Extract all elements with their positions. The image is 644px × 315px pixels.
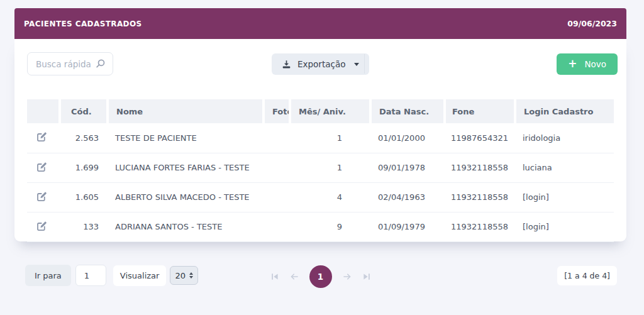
column-header-fone: Fone [445,99,515,123]
cell-data_nasc: 01/01/2000 [370,123,445,153]
column-header-action [27,99,60,123]
search-input[interactable] [28,59,95,69]
cell-login: luciana [515,153,614,182]
cell-cod: 133 [60,212,108,241]
previous-page-icon[interactable] [289,272,299,281]
cell-action [27,153,60,182]
cell-action [27,123,60,153]
page-number-input[interactable] [75,265,106,286]
cell-fone: 11932118558 [445,153,515,182]
first-page-icon[interactable] [270,272,279,281]
column-header-mes_aniv: Mês/ Aniv. [290,99,370,123]
cell-data_nasc: 09/01/1978 [370,153,445,182]
pagination-center: 1 [270,265,371,288]
toolbar: Exportação + Novo [14,52,626,75]
current-page-badge[interactable]: 1 [309,265,332,288]
range-label: [1 a 4 de 4] [557,266,617,285]
table-header-row: Cód.NomeFotoMês/ Aniv.Data Nasc.FoneLogi… [27,99,614,123]
cell-nome: ALBERTO SILVA MACEDO - TESTE [108,182,264,212]
cell-foto [264,212,290,241]
patients-table-wrap: Cód.NomeFotoMês/ Aniv.Data Nasc.FoneLogi… [27,99,614,242]
edit-row-button[interactable] [36,220,48,232]
table-row: 133ADRIANA SANTOS - TESTE901/09/19791193… [27,212,614,241]
chevron-down-icon [354,63,359,66]
page-title: PACIENTES CADASTRADOS [24,19,142,28]
cell-cod: 1.605 [60,182,108,212]
search-icon [95,58,106,69]
pagination-left: Ir para Visualizar 20 [25,265,198,286]
stepper-icon [189,272,193,279]
cell-data_nasc: 02/04/1963 [370,182,445,212]
cell-nome: LUCIANA FORTES FARIAS - TESTE [108,153,264,182]
page-size-value: 20 [175,271,186,280]
cell-cod: 2.563 [60,123,108,153]
column-header-cod: Cód. [60,99,108,123]
toolbar-divider [364,54,365,74]
cell-foto [264,153,290,182]
cell-mes_aniv: 4 [290,182,370,212]
cell-nome: TESTE DE PACIENTE [108,123,264,153]
search-box [27,52,113,75]
table-row: 2.563TESTE DE PACIENTE101/01/20001198765… [27,123,614,153]
titlebar: PACIENTES CADASTRADOS 09/06/2023 [14,8,626,39]
cell-mes_aniv: 1 [290,153,370,182]
edit-row-button[interactable] [36,161,48,173]
cell-login: [login] [515,212,614,241]
new-button[interactable]: + Novo [557,53,618,75]
download-icon [282,60,291,69]
cell-fone: 11932118558 [445,182,515,212]
cell-fone: 11987654321 [445,123,515,153]
pagination-bar: Ir para Visualizar 20 1 [14,265,626,288]
edit-row-button[interactable] [36,131,48,143]
cell-data_nasc: 01/09/1979 [370,212,445,241]
date-label: 09/06/2023 [567,19,617,28]
column-header-login: Login Cadastro [515,99,614,123]
cell-mes_aniv: 1 [290,123,370,153]
export-label: Exportação [297,59,345,69]
cell-login: [login] [515,182,614,212]
table-row: 1.605ALBERTO SILVA MACEDO - TESTE402/04/… [27,182,614,212]
cell-fone: 11932118558 [445,212,515,241]
cell-foto [264,123,290,153]
patients-card: Exportação + Novo Cód.NomeFotoMês/ Aniv.… [14,39,626,241]
patients-table: Cód.NomeFotoMês/ Aniv.Data Nasc.FoneLogi… [27,99,614,242]
page-size-select[interactable]: 20 [170,266,198,285]
view-label: Visualizar [113,265,167,286]
cell-nome: ADRIANA SANTOS - TESTE [108,212,264,241]
cell-cod: 1.699 [60,153,108,182]
column-header-nome: Nome [108,99,264,123]
cell-action [27,212,60,241]
column-header-data_nasc: Data Nasc. [370,99,445,123]
cell-action [27,182,60,212]
export-button[interactable]: Exportação [272,53,369,75]
new-label: Novo [584,59,606,69]
last-page-icon[interactable] [362,272,371,281]
edit-row-button[interactable] [36,191,48,202]
column-header-foto: Foto [264,99,290,123]
cell-mes_aniv: 9 [290,212,370,241]
go-to-page-button[interactable]: Ir para [25,265,71,286]
cell-foto [264,182,290,212]
plus-icon: + [568,58,577,69]
next-page-icon[interactable] [342,272,352,281]
table-row: 1.699LUCIANA FORTES FARIAS - TESTE109/01… [27,153,614,182]
cell-login: iridologia [515,123,614,153]
